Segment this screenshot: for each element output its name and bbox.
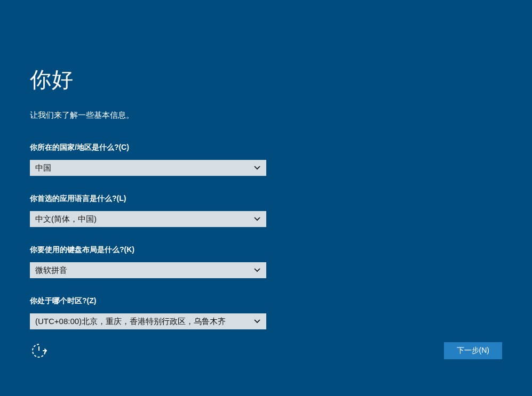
timezone-value: (UTC+08:00)北京，重庆，香港特别行政区，乌鲁木齐 — [30, 317, 266, 327]
form-group-language: 你首选的应用语言是什么?(L) 中文(简体，中国) — [30, 194, 502, 227]
ease-of-access-icon[interactable] — [30, 342, 48, 360]
chevron-down-icon — [253, 318, 261, 325]
footer-bar: 下一步(N) — [30, 342, 502, 360]
language-select[interactable]: 中文(简体，中国) — [30, 211, 266, 227]
timezone-label: 你处于哪个时区?(Z) — [30, 296, 502, 306]
form-group-keyboard: 你要使用的键盘布局是什么?(K) 微软拼音 — [30, 245, 502, 278]
keyboard-select[interactable]: 微软拼音 — [30, 262, 266, 278]
keyboard-value: 微软拼音 — [30, 265, 266, 276]
keyboard-label: 你要使用的键盘布局是什么?(K) — [30, 245, 502, 255]
country-value: 中国 — [30, 163, 266, 173]
language-value: 中文(简体，中国) — [30, 214, 266, 224]
next-button[interactable]: 下一步(N) — [444, 342, 502, 359]
country-select[interactable]: 中国 — [30, 160, 266, 176]
timezone-select[interactable]: (UTC+08:00)北京，重庆，香港特别行政区，乌鲁木齐 — [30, 313, 266, 329]
chevron-down-icon — [253, 215, 261, 223]
page-subtitle: 让我们来了解一些基本信息。 — [30, 110, 502, 120]
form-group-country: 你所在的国家/地区是什么?(C) 中国 — [30, 143, 502, 176]
form-group-timezone: 你处于哪个时区?(Z) (UTC+08:00)北京，重庆，香港特别行政区，乌鲁木… — [30, 296, 502, 329]
setup-container: 你好 让我们来了解一些基本信息。 你所在的国家/地区是什么?(C) 中国 你首选… — [0, 0, 532, 396]
language-label: 你首选的应用语言是什么?(L) — [30, 194, 502, 204]
chevron-down-icon — [253, 164, 261, 172]
country-label: 你所在的国家/地区是什么?(C) — [30, 143, 502, 152]
chevron-down-icon — [253, 266, 261, 274]
page-title: 你好 — [30, 65, 502, 94]
